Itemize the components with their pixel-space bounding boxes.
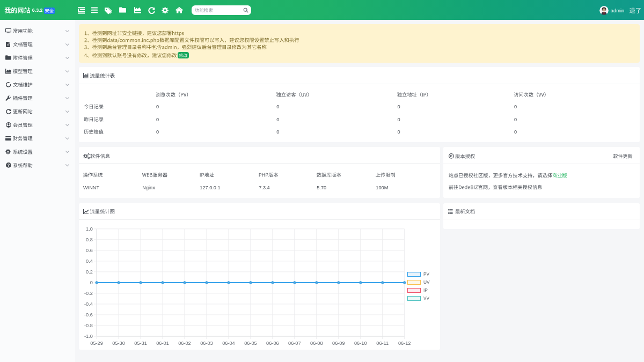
svg-text:100M: 100M	[376, 185, 388, 190]
svg-text:0: 0	[514, 117, 517, 122]
svg-text:UV: UV	[423, 279, 430, 285]
svg-text:1.0: 1.0	[86, 226, 93, 232]
svg-text:0: 0	[514, 129, 517, 135]
svg-text:06-07: 06-07	[288, 341, 301, 346]
svg-text:0: 0	[398, 104, 400, 109]
svg-text:0: 0	[156, 117, 159, 122]
svg-text:admin: admin	[611, 8, 624, 13]
svg-text:Nginx: Nginx	[142, 185, 155, 190]
svg-text:5.70: 5.70	[317, 185, 326, 190]
svg-text:0: 0	[398, 117, 400, 122]
svg-text:VV: VV	[423, 295, 430, 301]
svg-text:7.3.4: 7.3.4	[259, 185, 269, 190]
svg-text:06-03: 06-03	[200, 341, 213, 346]
svg-text:-1.0: -1.0	[84, 334, 93, 339]
svg-text:0.4: 0.4	[86, 258, 93, 264]
svg-text:-0.4: -0.4	[84, 301, 93, 307]
svg-text:127.0.0.1: 127.0.0.1	[200, 185, 220, 190]
svg-text:-0.8: -0.8	[84, 323, 93, 328]
svg-text:06-12: 06-12	[398, 341, 411, 346]
svg-text:05-29: 05-29	[90, 341, 103, 346]
svg-text:06-04: 06-04	[222, 341, 235, 346]
svg-text:06-05: 06-05	[244, 341, 257, 346]
svg-text:06-02: 06-02	[178, 341, 191, 346]
svg-text:0: 0	[514, 104, 517, 109]
svg-text:0.6: 0.6	[86, 248, 93, 253]
svg-text:06-09: 06-09	[332, 341, 345, 346]
svg-text:IP: IP	[423, 287, 428, 293]
svg-text:0: 0	[398, 129, 400, 135]
svg-text:06-10: 06-10	[354, 341, 367, 346]
svg-text:0: 0	[90, 280, 93, 285]
svg-text:WINNT: WINNT	[83, 185, 99, 190]
svg-text:06-06: 06-06	[266, 341, 279, 346]
svg-text:06-11: 06-11	[376, 341, 389, 346]
svg-text:-0.6: -0.6	[84, 312, 93, 317]
svg-text:05-30: 05-30	[112, 341, 125, 346]
svg-text:0: 0	[156, 129, 159, 135]
svg-text:06-08: 06-08	[310, 341, 323, 346]
svg-text:PV: PV	[423, 271, 430, 277]
svg-text:0: 0	[276, 117, 279, 122]
svg-text:6.3.2: 6.3.2	[32, 8, 43, 13]
svg-text:0: 0	[276, 129, 279, 135]
svg-text:0.8: 0.8	[86, 237, 93, 242]
svg-text:0: 0	[276, 104, 279, 109]
svg-text:06-01: 06-01	[156, 341, 169, 346]
svg-text:-0.2: -0.2	[84, 291, 93, 296]
svg-text:0.2: 0.2	[86, 269, 93, 275]
svg-text:0: 0	[156, 104, 159, 109]
svg-text:05-31: 05-31	[134, 341, 147, 346]
